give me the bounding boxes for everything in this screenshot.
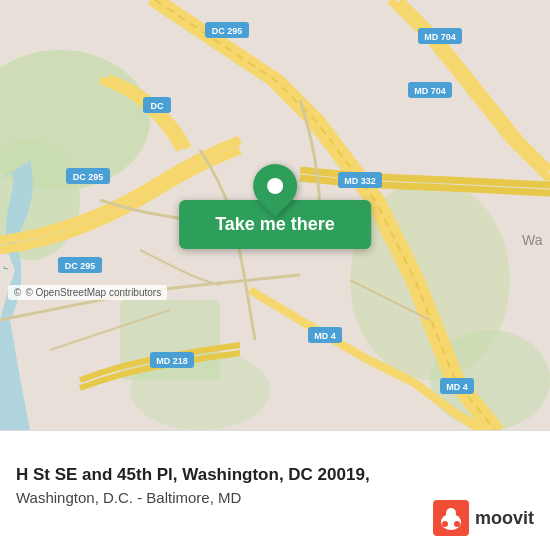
svg-text:MD 218: MD 218 [156, 356, 188, 366]
moovit-text: moovit [475, 508, 534, 529]
copyright-symbol: © [14, 287, 21, 298]
openstreetmap-link[interactable]: © OpenStreetMap contributors [25, 287, 161, 298]
svg-point-32 [442, 521, 448, 527]
pin-inner [267, 178, 283, 194]
svg-text:DC 295: DC 295 [212, 26, 243, 36]
svg-text:DC: DC [151, 101, 164, 111]
address-line1: H St SE and 45th Pl, Washington, DC 2001… [16, 465, 534, 485]
svg-text:MD 704: MD 704 [414, 86, 446, 96]
location-pin [253, 164, 297, 208]
svg-point-33 [454, 521, 460, 527]
svg-text:MD 4: MD 4 [446, 382, 468, 392]
svg-point-31 [446, 508, 456, 518]
svg-text:MD 704: MD 704 [424, 32, 456, 42]
button-overlay: Take me there [179, 164, 371, 249]
moovit-logo: moovit [433, 500, 534, 536]
svg-text:DC 295: DC 295 [73, 172, 104, 182]
svg-text:MD 4: MD 4 [314, 331, 336, 341]
moovit-icon [433, 500, 469, 536]
copyright-bar: © © OpenStreetMap contributors [8, 285, 167, 300]
svg-text:Wa: Wa [522, 232, 543, 248]
map-container: r DC 295 [0, 0, 550, 430]
svg-text:DC 295: DC 295 [65, 261, 96, 271]
info-bar: H St SE and 45th Pl, Washington, DC 2001… [0, 430, 550, 550]
